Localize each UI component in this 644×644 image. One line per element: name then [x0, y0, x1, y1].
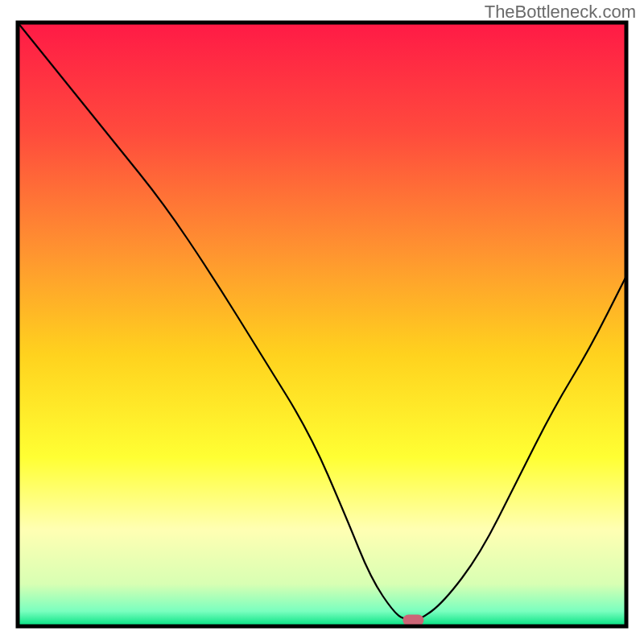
chart-svg [0, 0, 644, 644]
plot-background [18, 23, 626, 626]
bottleneck-chart: TheBottleneck.com [0, 0, 644, 644]
optimum-marker [402, 615, 423, 626]
watermark-label: TheBottleneck.com [485, 2, 636, 23]
